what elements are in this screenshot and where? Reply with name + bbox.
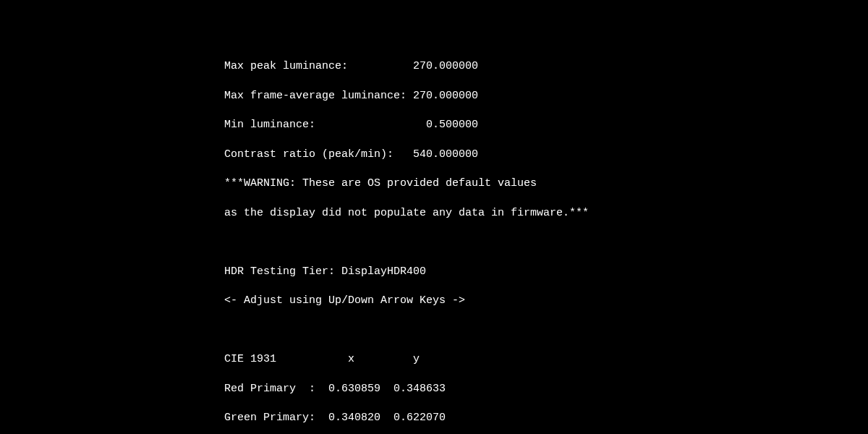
cie-green: Green Primary: 0.340820 0.622070 [224, 411, 868, 425]
label: Max peak luminance: [224, 60, 413, 72]
terminal-output: Max peak luminance: 270.000000 Max frame… [0, 0, 868, 434]
value: DisplayHDR400 [341, 265, 426, 278]
value: 270.000000 [413, 60, 478, 72]
line-contrast: Contrast ratio (peak/min): 540.000000 [224, 148, 868, 162]
label: Contrast ratio (peak/min): [224, 148, 413, 161]
y-value: 0.622070 [393, 412, 446, 424]
value: 270.000000 [413, 90, 478, 102]
label: HDR Testing Tier: [224, 265, 341, 278]
label: Green Primary: [224, 412, 328, 424]
cie-red: Red Primary : 0.630859 0.348633 [224, 382, 868, 396]
y-value: 0.348633 [393, 383, 446, 395]
warning-line-1: ***WARNING: These are OS provided defaul… [224, 176, 868, 191]
blank-line [224, 323, 868, 338]
line-adjust-hint: <- Adjust using Up/Down Arrow Keys -> [224, 294, 868, 308]
value: 540.000000 [413, 148, 478, 161]
line-min-luminance: Min luminance: 0.500000 [224, 118, 868, 132]
line-max-peak: Max peak luminance: 270.000000 [224, 59, 868, 74]
label: Max frame-average luminance: [224, 90, 413, 102]
cie-header: CIE 1931 x y [224, 352, 868, 367]
label: Red Primary : [224, 383, 328, 395]
x-value: 0.630859 [328, 383, 380, 395]
value: 0.500000 [426, 119, 478, 131]
x-value: 0.340820 [328, 412, 380, 424]
line-hdr-tier: HDR Testing Tier: DisplayHDR400 [224, 265, 868, 279]
warning-line-2: as the display did not populate any data… [224, 206, 868, 221]
line-max-frame: Max frame-average luminance: 270.000000 [224, 89, 868, 103]
label: Min luminance: [224, 119, 426, 131]
blank-line [224, 235, 868, 250]
